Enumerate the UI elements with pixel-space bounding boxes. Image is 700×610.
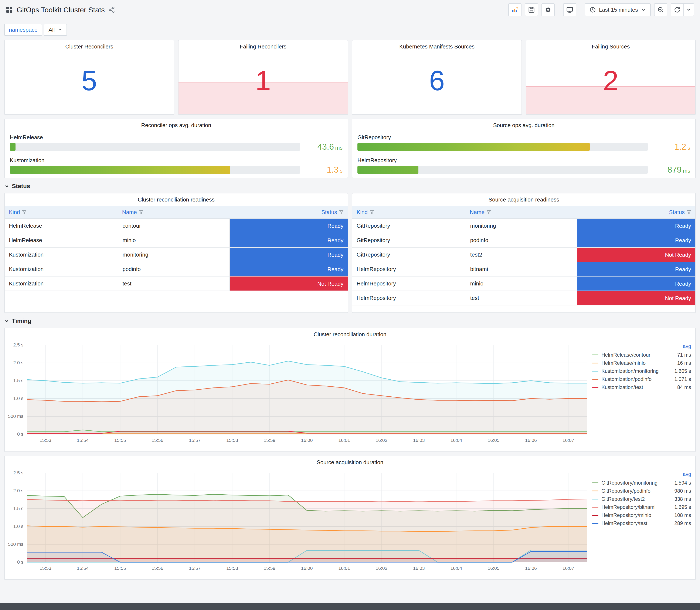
cell-name: contour [118,219,229,233]
series-color-swatch [592,379,599,380]
table-row[interactable]: HelmReleaseminioReady [5,233,348,247]
svg-text:16:07: 16:07 [563,566,574,571]
refresh-button[interactable] [671,3,684,16]
table-row[interactable]: KustomizationtestNot Ready [5,276,348,291]
panel-title[interactable]: Reconciler ops avg. duration [5,119,348,131]
bar-gauge-label: HelmRepository [357,157,690,164]
series-color-swatch [592,499,599,499]
series-name[interactable]: Kustomization/monitoring [601,368,671,374]
series-color-swatch [592,491,599,492]
legend-item[interactable]: GitRepository/podinfo980 ms [592,487,691,495]
table-row[interactable]: GitRepositorypodinfoReady [352,233,695,247]
table-row[interactable]: GitRepositorytest2Not Ready [352,247,695,262]
svg-text:15:57: 15:57 [189,566,200,571]
series-name[interactable]: HelmRepository/test [601,520,671,526]
column-header-status[interactable]: Status [577,206,695,218]
column-header-name[interactable]: Name [118,206,229,218]
legend-item[interactable]: Kustomization/monitoring1.605 s [592,367,691,375]
panel-title[interactable]: Source acquisition duration [5,456,695,468]
section-row-timing[interactable]: Timing [4,318,696,324]
time-series-plot[interactable]: 0 s500 ms1.0 s1.5 s2.0 s2.5 s15:5315:541… [5,468,592,575]
table-row[interactable]: HelmReleasecontourReady [5,219,348,233]
add-panel-button[interactable] [508,3,521,16]
svg-text:15:53: 15:53 [39,566,51,571]
table-row[interactable]: HelmRepositoryminioReady [352,276,695,291]
cell-kind: GitRepository [352,247,466,262]
series-color-swatch [592,354,599,355]
legend-item[interactable]: HelmRelease/minio16 ms [592,359,691,367]
legend-item[interactable]: Kustomization/test84 ms [592,383,691,391]
column-header-status[interactable]: Status [229,206,348,218]
legend-item[interactable]: Kustomization/podinfo1.071 s [592,375,691,383]
panel-title[interactable]: Cluster reconciliation duration [5,328,695,340]
svg-text:16:00: 16:00 [301,566,313,571]
share-icon[interactable] [109,6,115,13]
svg-text:16:05: 16:05 [488,438,500,443]
time-range-picker[interactable]: Last 15 minutes [585,3,651,16]
series-name[interactable]: GitRepository/test2 [601,496,671,502]
legend-item[interactable]: HelmRepository/test289 ms [592,519,691,527]
panel-title[interactable]: Source acquisition readiness [352,193,695,205]
panel-title[interactable]: Source ops avg. duration [352,119,695,131]
cell-name: bitnami [466,262,577,276]
filter-icon [487,210,491,214]
table-row[interactable]: HelmRepositorybitnamiReady [352,262,695,276]
column-header-kind[interactable]: Kind [352,206,466,218]
legend-item[interactable]: HelmRepository/bitnami1.695 s [592,503,691,511]
legend-item[interactable]: HelmRelease/contour71 ms [592,351,691,359]
legend-items: HelmRelease/contour71 msHelmRelease/mini… [592,351,691,391]
panel-title[interactable]: Cluster reconciliation readiness [5,193,348,205]
variable-namespace-dropdown[interactable]: All [44,24,67,36]
svg-text:2.5 s: 2.5 s [13,470,23,476]
status-badge: Ready [230,262,348,276]
series-name[interactable]: HelmRelease/contour [601,352,674,358]
series-color-swatch [592,363,599,364]
svg-text:16:01: 16:01 [338,566,350,571]
series-name[interactable]: GitRepository/monitoring [601,480,671,486]
series-name[interactable]: GitRepository/podinfo [601,488,671,494]
dashboards-grid-icon[interactable] [6,6,13,13]
series-avg-value: 1.695 s [674,504,691,510]
refresh-interval-dropdown[interactable] [684,3,694,16]
series-name[interactable]: Kustomization/test [601,384,674,390]
bar-gauge-value: 879ms [653,165,690,175]
series-avg-value: 980 ms [674,488,691,494]
series-name[interactable]: HelmRepository/bitnami [601,504,671,510]
series-name[interactable]: Kustomization/podinfo [601,376,671,382]
table-row[interactable]: KustomizationpodinfoReady [5,262,348,276]
gauges-row: Reconciler ops avg. duration HelmRelease… [4,118,696,178]
series-avg-value: 84 ms [677,384,691,390]
zoom-out-button[interactable] [654,3,667,16]
series-avg-value: 1.071 s [674,376,691,382]
save-dashboard-button[interactable] [525,3,538,16]
time-series-plot[interactable]: 0 s500 ms1.0 s1.5 s2.0 s2.5 s15:5315:541… [5,340,592,447]
tv-mode-button[interactable] [563,3,576,16]
table-row[interactable]: GitRepositorymonitoringReady [352,219,695,233]
svg-text:2.5 s: 2.5 s [13,342,23,348]
dashboard-grid: namespace All Cluster Reconcilers 5 Fail… [0,19,700,584]
bar-gauge: Kustomization 1.3s [10,157,343,175]
cell-name: monitoring [118,247,229,262]
status-badge: Not Ready [230,276,348,291]
svg-text:16:05: 16:05 [488,566,500,571]
legend-item[interactable]: GitRepository/test2338 ms [592,495,691,503]
bar-gauge-fill [10,143,16,151]
table-row[interactable]: HelmRepositorytestNot Ready [352,291,695,305]
section-row-status[interactable]: Status [4,183,696,190]
series-name[interactable]: HelmRepository/minio [601,512,671,518]
legend-item[interactable]: HelmRepository/minio108 ms [592,511,691,519]
dashboard-settings-button[interactable] [541,3,555,16]
bar-gauge-track [10,143,300,151]
series-avg-value: 338 ms [674,496,691,502]
legend-item[interactable]: GitRepository/monitoring1.594 s [592,479,691,487]
cell-status: Ready [229,219,348,233]
svg-text:15:55: 15:55 [114,438,126,443]
series-name[interactable]: HelmRelease/minio [601,360,674,366]
column-header-name[interactable]: Name [466,206,577,218]
chart-panel-source-acquisition: Source acquisition duration 0 s500 ms1.0… [4,456,696,580]
svg-text:500 ms: 500 ms [8,542,23,547]
series-avg-value: 71 ms [677,352,691,358]
column-header-kind[interactable]: Kind [5,206,118,218]
table-row[interactable]: KustomizationmonitoringReady [5,247,348,262]
stat-panel-cluster-reconcilers: Cluster Reconcilers 5 [4,40,174,115]
